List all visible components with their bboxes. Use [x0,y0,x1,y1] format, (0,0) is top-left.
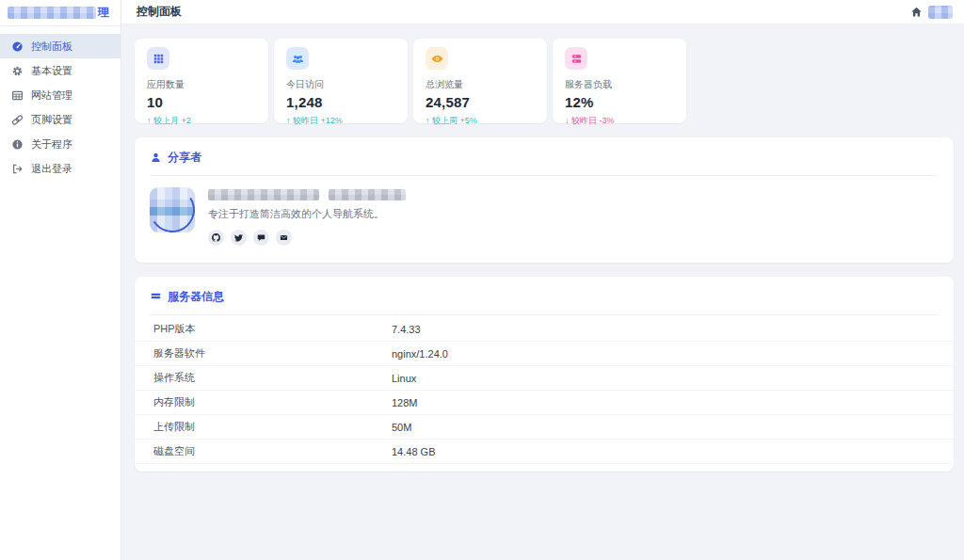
sidebar-item-label: 页脚设置 [31,113,72,127]
arrow-down-icon: ↓ [565,116,570,125]
table-row: 操作系统 Linux [135,366,954,391]
row-value: nginx/1.24.0 [392,348,448,360]
link-icon [11,114,24,126]
sidebar-item-about[interactable]: 关于程序 [0,132,120,156]
stat-card-server-load: 服务器负载 12% ↓ 较昨日 -3% [553,39,686,123]
twitter-icon[interactable] [231,230,247,246]
gauge-icon [11,40,24,53]
sidebar-item-label: 控制面板 [31,40,72,54]
sidebar-item-logout[interactable]: 退出登录 [0,156,120,181]
table-row: 服务器软件 nginx/1.24.0 [135,342,954,366]
row-label: 磁盘空间 [153,444,392,458]
arrow-up-icon: ↑ [286,116,291,125]
sharer-panel: 分享者 专注于打造简洁高效的个人导航系统。 [135,137,954,263]
arrow-up-icon: ↑ [426,116,430,125]
stat-change: ↓ 较昨日 -3% [565,115,674,127]
home-icon[interactable] [910,6,923,18]
stat-change: ↑ 较上月 +2 [147,115,256,127]
chat-icon[interactable] [253,230,269,246]
grid-icon [147,47,169,70]
sidebar-item-label: 关于程序 [31,137,72,152]
sharer-panel-title: 分享者 [168,150,201,166]
users-icon [286,47,309,70]
table-icon [11,89,24,102]
app-title-blurred [8,7,96,19]
sidebar-item-label: 网站管理 [31,88,72,103]
stat-value: 1,248 [286,94,395,110]
stat-label: 服务器负载 [565,78,674,91]
sidebar-app-title: 理 [0,0,120,26]
server-bars-icon [150,291,162,303]
eye-icon [426,47,448,70]
sharer-panel-header: 分享者 [135,137,954,175]
server-info-panel: 服务器信息 PHP版本 7.4.33 服务器软件 nginx/1.24.0 操作… [135,277,954,472]
stat-cards: 应用数量 10 ↑ 较上月 +2 今日访问 1,248 [135,39,954,123]
logout-icon [11,163,24,175]
email-icon[interactable] [276,230,292,246]
sharer-profile: 专注于打造简洁高效的个人导航系统。 [135,176,954,263]
stat-label: 应用数量 [147,78,256,91]
stat-value: 24,587 [426,94,535,110]
sidebar-item-site-management[interactable]: 网站管理 [0,83,120,107]
user-badge-blurred[interactable] [928,6,953,19]
sharer-description: 专注于打造简洁高效的个人导航系统。 [208,207,406,221]
row-label: 上传限制 [153,420,392,434]
social-links [208,230,406,246]
sidebar-item-label: 基本设置 [31,64,72,78]
server-icon [565,47,587,70]
row-label: PHP版本 [153,322,392,336]
arrow-up-icon: ↑ [147,116,152,125]
row-value: 50M [392,422,411,433]
page-title: 控制面板 [137,4,182,20]
info-icon [11,138,24,151]
gear-icon [11,65,24,77]
stat-change: ↑ 较上周 +5% [426,115,535,127]
sharer-info: 专注于打造简洁高效的个人导航系统。 [208,187,406,246]
stat-card-visits: 今日访问 1,248 ↑ 较昨日 +12% [274,39,408,123]
stat-label: 今日访问 [286,78,395,91]
stat-label: 总浏览量 [426,78,535,91]
stat-card-pageviews: 总浏览量 24,587 ↑ 较上周 +5% [413,39,547,123]
row-label: 操作系统 [153,371,392,385]
app-title-suffix: 理 [98,5,109,21]
row-label: 服务器软件 [153,346,392,360]
topbar: 控制面板 [121,0,964,24]
row-value: 7.4.33 [392,324,421,335]
sidebar-menu: 控制面板 基本设置 网站管理 页脚设置 关于程序 [0,26,120,181]
table-row: 内存限制 128M [135,391,954,415]
sharer-name-blurred [208,189,406,200]
sidebar: 理 控制面板 基本设置 网站管理 页脚设置 [0,0,121,560]
server-info-table: PHP版本 7.4.33 服务器软件 nginx/1.24.0 操作系统 Lin… [135,315,954,472]
stat-card-apps: 应用数量 10 ↑ 较上月 +2 [135,39,268,123]
github-icon[interactable] [208,230,224,246]
table-row: 上传限制 50M [135,415,954,440]
sidebar-item-settings[interactable]: 基本设置 [0,58,120,83]
sidebar-item-dashboard[interactable]: 控制面板 [0,34,120,58]
server-info-title: 服务器信息 [168,289,224,305]
topbar-right [910,6,953,19]
server-info-header: 服务器信息 [135,277,954,314]
row-value: 14.48 GB [392,446,435,457]
main-area: 控制面板 应用数量 10 ↑ [121,0,964,560]
sidebar-item-label: 退出登录 [31,162,72,176]
row-value: 128M [392,397,418,408]
person-icon [150,152,162,164]
stat-value: 12% [565,94,674,110]
row-value: Linux [392,373,416,384]
stat-value: 10 [147,94,256,110]
table-row: PHP版本 7.4.33 [135,317,954,342]
content: 应用数量 10 ↑ 较上月 +2 今日访问 1,248 [121,24,964,560]
sidebar-item-footer-settings[interactable]: 页脚设置 [0,107,120,132]
stat-change: ↑ 较昨日 +12% [286,115,395,127]
table-row: 磁盘空间 14.48 GB [135,440,954,464]
avatar [150,187,195,232]
row-label: 内存限制 [153,395,392,409]
